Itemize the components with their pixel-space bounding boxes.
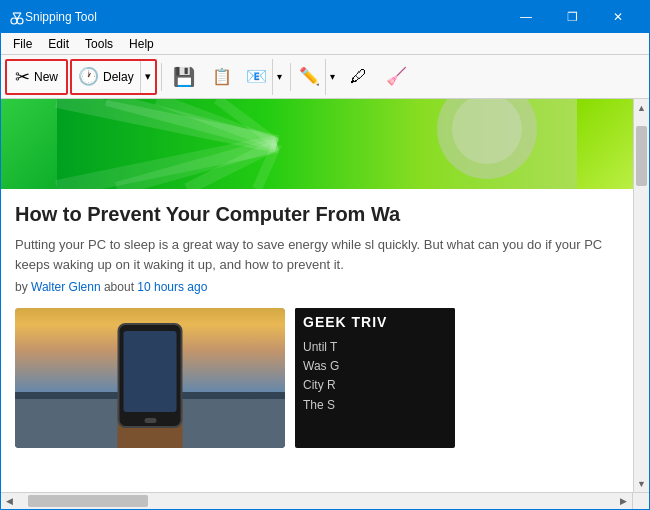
- green-banner: [1, 99, 633, 189]
- scroll-thumb-h[interactable]: [28, 495, 148, 507]
- eraser-button[interactable]: 🧹: [379, 59, 415, 95]
- phone-screen: [124, 331, 177, 412]
- eraser-icon: 🧹: [386, 66, 407, 87]
- copy-icon: 📋: [212, 67, 232, 86]
- menu-edit[interactable]: Edit: [40, 35, 77, 53]
- menu-file[interactable]: File: [5, 35, 40, 53]
- window-title: Snipping Tool: [25, 10, 503, 24]
- send-icon: 📧: [242, 59, 272, 95]
- geek-trivia-header: GEEK TRIV: [295, 308, 455, 334]
- article-byline: by Walter Glenn about 10 hours ago: [15, 280, 619, 294]
- highlighter-button[interactable]: 🖊: [341, 59, 377, 95]
- article-images: GEEK TRIV Until T Was G City R The S: [15, 308, 619, 448]
- new-button[interactable]: ✂ New: [5, 59, 68, 95]
- phone-object: [118, 323, 183, 428]
- scissors-icon: ✂: [15, 66, 30, 88]
- scroll-thumb-v[interactable]: [636, 126, 647, 186]
- app-icon: [9, 9, 25, 25]
- menu-bar: File Edit Tools Help: [1, 33, 649, 55]
- scrollbar-corner: [632, 493, 649, 509]
- pen-dropdown-arrow: ▾: [325, 59, 339, 95]
- banner-rays: [1, 99, 633, 189]
- pen-icon: ✏️: [295, 59, 325, 95]
- delay-section: 🕐 Delay ▾: [70, 59, 157, 95]
- maximize-button[interactable]: ❐: [549, 1, 595, 33]
- article-excerpt: Putting your PC to sleep is a great way …: [15, 235, 619, 274]
- pen-button-group[interactable]: ✏️ ▾: [295, 59, 339, 95]
- scroll-down-button[interactable]: ▼: [634, 475, 650, 492]
- send-button-group[interactable]: 📧 ▾: [242, 59, 286, 95]
- delay-label: Delay: [103, 70, 134, 84]
- minimize-button[interactable]: —: [503, 1, 549, 33]
- vertical-scrollbar: ▲ ▼: [633, 99, 649, 492]
- phone-photo: [15, 308, 285, 448]
- article-area: How to Prevent Your Computer From Wa Put…: [1, 189, 633, 492]
- geek-label: GEEK TRIV: [303, 314, 387, 330]
- save-button[interactable]: 💾: [166, 59, 202, 95]
- scroll-up-button[interactable]: ▲: [634, 99, 650, 116]
- menu-help[interactable]: Help: [121, 35, 162, 53]
- toolbar: ✂ New 🕐 Delay ▾ 💾 📋 📧 ▾: [1, 55, 649, 99]
- scroll-track-v: [634, 116, 649, 475]
- snipping-tool-window: Snipping Tool — ❐ ✕ File Edit Tools Help…: [0, 0, 650, 510]
- scroll-right-button[interactable]: ▶: [615, 493, 632, 510]
- horizontal-scrollbar: ◀ ▶: [1, 493, 632, 509]
- content-area: How to Prevent Your Computer From Wa Put…: [1, 99, 649, 492]
- scroll-track-h: [18, 493, 615, 509]
- highlighter-icon: 🖊: [350, 67, 367, 87]
- rays-svg: [1, 99, 633, 189]
- trivia-line-4: The S: [303, 396, 447, 415]
- send-dropdown-arrow: ▾: [272, 59, 286, 95]
- bottom-scrollbar-area: ◀ ▶: [1, 492, 649, 509]
- new-label: New: [34, 70, 58, 84]
- copy-button[interactable]: 📋: [204, 59, 240, 95]
- trivia-line-3: City R: [303, 376, 447, 395]
- close-button[interactable]: ✕: [595, 1, 641, 33]
- phone-button: [144, 418, 156, 423]
- byline-author[interactable]: Walter Glenn: [31, 280, 101, 294]
- menu-tools[interactable]: Tools: [77, 35, 121, 53]
- geek-trivia-title: GEEK TRIV: [303, 314, 447, 330]
- title-bar: Snipping Tool — ❐ ✕: [1, 1, 649, 33]
- main-area: How to Prevent Your Computer From Wa Put…: [1, 99, 649, 509]
- window-controls: — ❐ ✕: [503, 1, 641, 33]
- save-icon: 💾: [173, 66, 195, 88]
- clock-icon: 🕐: [78, 66, 99, 87]
- trivia-line-2: Was G: [303, 357, 447, 376]
- toolbar-separator-1: [161, 63, 162, 91]
- scroll-left-button[interactable]: ◀: [1, 493, 18, 510]
- delay-dropdown-button[interactable]: ▾: [140, 61, 155, 93]
- trivia-line-1: Until T: [303, 338, 447, 357]
- toolbar-separator-2: [290, 63, 291, 91]
- article-title: How to Prevent Your Computer From Wa: [15, 201, 619, 227]
- delay-button[interactable]: 🕐 Delay: [72, 61, 140, 93]
- geek-trivia-box: GEEK TRIV Until T Was G City R The S: [295, 308, 455, 448]
- chevron-down-icon: ▾: [145, 70, 151, 82]
- web-content: How to Prevent Your Computer From Wa Put…: [1, 99, 633, 492]
- geek-trivia-text: Until T Was G City R The S: [295, 334, 455, 419]
